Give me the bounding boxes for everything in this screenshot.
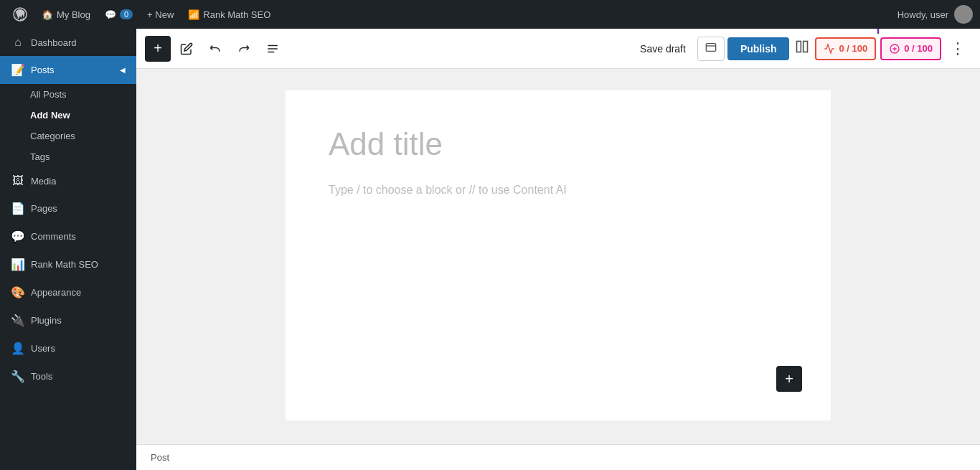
posts-icon: 📝 [11, 63, 25, 77]
content-field[interactable]: Type / to choose a block or // to use Co… [329, 184, 788, 197]
pencil-icon [180, 42, 193, 55]
comments-icon: 💬 [11, 230, 25, 243]
editor-bottombar: Post [136, 444, 980, 470]
settings-panel-button[interactable] [792, 37, 812, 61]
canvas-add-block-button[interactable]: + [776, 366, 802, 392]
svg-rect-4 [706, 43, 715, 51]
submenu-tags[interactable]: Tags [0, 146, 136, 167]
sidebar-item-comments[interactable]: 💬 Comments [0, 222, 136, 250]
rankmath-icon: 📊 [11, 258, 25, 271]
editor-canvas: Add title Type / to choose a block or //… [286, 90, 831, 420]
user-avatar [954, 5, 973, 24]
pages-icon: 📄 [11, 202, 25, 215]
content-ai-score-button[interactable]: 0 / 100 [880, 37, 941, 60]
tools-button[interactable] [174, 36, 199, 62]
settings-panel-icon [795, 39, 809, 54]
svg-rect-7 [804, 41, 808, 52]
plugins-icon: 🔌 [11, 314, 25, 327]
sidebar-item-tools[interactable]: 🔧 Tools [0, 362, 136, 390]
sidebar-item-appearance[interactable]: 🎨 Appearance [0, 278, 136, 306]
submenu-categories[interactable]: Categories [0, 126, 136, 146]
save-draft-button[interactable]: Save draft [631, 37, 694, 60]
redo-icon [237, 42, 250, 55]
editor-area: + [136, 29, 980, 470]
publish-button[interactable]: Publish [727, 37, 790, 60]
users-icon: 👤 [11, 342, 25, 355]
seo-scores-container: 0 / 100 0 / 100 [815, 37, 941, 60]
dashboard-icon: ⌂ [11, 36, 25, 49]
comment-count: 0 [120, 9, 133, 19]
add-block-button[interactable]: + [145, 36, 171, 62]
more-options-button[interactable]: ⋮ [944, 37, 971, 61]
undo-button[interactable] [202, 36, 228, 62]
rankmath-chart-icon: 📶 [188, 9, 199, 20]
editor-toolbar: + [136, 29, 980, 69]
comments-adminbar[interactable]: 💬 0 [99, 0, 138, 29]
redo-button[interactable] [231, 36, 257, 62]
admin-menu: ⌂ Dashboard 📝 Posts ◀ All Posts Add New … [0, 29, 136, 470]
content-ai-icon [889, 43, 900, 55]
comment-icon: 💬 [105, 9, 116, 20]
preview-button[interactable] [697, 37, 725, 61]
wp-logo[interactable] [7, 0, 33, 29]
admin-bar: 🏠 My Blog 💬 0 + New 📶 Rank Math SEO Howd… [0, 0, 980, 29]
document-overview-button[interactable] [260, 36, 286, 62]
sidebar-item-media[interactable]: 🖼 Media [0, 167, 136, 194]
rank-math-adminbar[interactable]: 📶 Rank Math SEO [182, 0, 276, 29]
list-icon [266, 42, 279, 55]
appearance-icon: 🎨 [11, 286, 25, 299]
posts-arrow: ◀ [120, 66, 126, 74]
undo-icon [209, 42, 222, 55]
sidebar-item-posts[interactable]: 📝 Posts ◀ [0, 56, 136, 84]
editor-content[interactable]: Add title Type / to choose a block or //… [136, 69, 980, 444]
title-field[interactable]: Add title [329, 126, 788, 162]
sidebar-item-pages[interactable]: 📄 Pages [0, 194, 136, 222]
sidebar-item-dashboard[interactable]: ⌂ Dashboard [0, 29, 136, 56]
preview-icon [705, 42, 717, 53]
new-content[interactable]: + New [141, 0, 179, 29]
home-icon: 🏠 [42, 9, 53, 20]
tools-icon: 🔧 [11, 370, 25, 383]
sidebar-item-plugins[interactable]: 🔌 Plugins [0, 306, 136, 334]
site-name[interactable]: 🏠 My Blog [36, 0, 96, 29]
seo-chart-icon [824, 43, 835, 55]
sidebar-item-rankmath[interactable]: 📊 Rank Math SEO [0, 250, 136, 278]
sidebar-item-users[interactable]: 👤 Users [0, 334, 136, 362]
svg-rect-6 [797, 41, 801, 52]
wordpress-icon [13, 7, 27, 22]
submenu-all-posts[interactable]: All Posts [0, 84, 136, 105]
seo-score-button[interactable]: 0 / 100 [815, 37, 876, 60]
submenu-add-new[interactable]: Add New [0, 105, 136, 126]
media-icon: 🖼 [11, 174, 25, 187]
post-type-label: Post [151, 452, 169, 463]
user-info[interactable]: Howdy, user [897, 5, 973, 24]
